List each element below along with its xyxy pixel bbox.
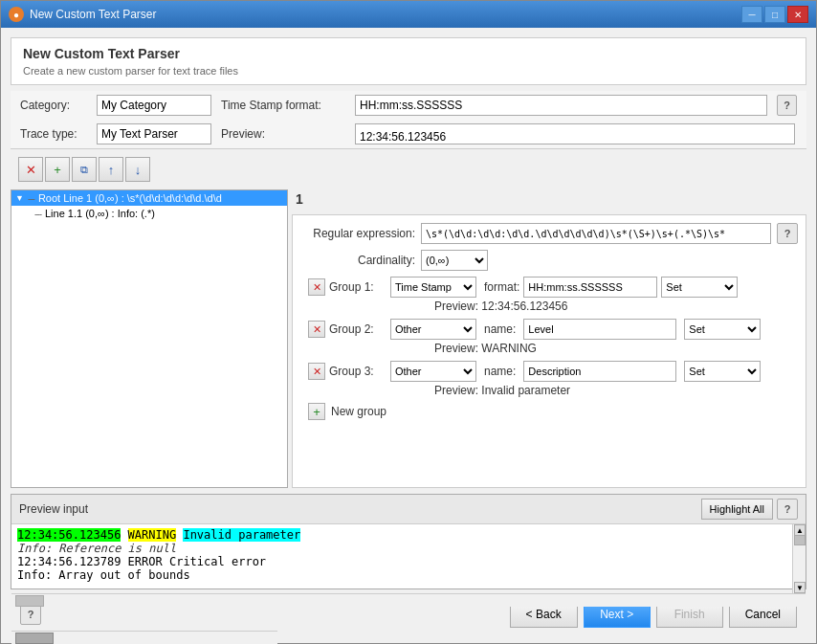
regex-input[interactable] bbox=[421, 223, 771, 244]
app-icon: ● bbox=[9, 7, 24, 22]
group3-name-input[interactable] bbox=[523, 361, 676, 382]
preview-v-scrollbar[interactable]: ▲ ▼ bbox=[792, 524, 806, 593]
cardinality-select[interactable]: (0,∞) (1,1) (0,1) bbox=[421, 250, 488, 271]
group3-delete-button[interactable]: ✕ bbox=[308, 363, 325, 380]
group2-container: ✕ Group 2: Other Time Stamp name: Set bbox=[300, 319, 798, 355]
group1-format-input[interactable] bbox=[523, 277, 657, 298]
tree-expand-icon: ▼ bbox=[15, 193, 24, 203]
group1-format-label: format: bbox=[484, 280, 519, 294]
preview-level-highlight: WARNING bbox=[128, 528, 177, 542]
window-title: New Custom Text Parser bbox=[30, 8, 157, 21]
cardinality-row: Cardinality: (0,∞) (1,1) (0,1) bbox=[300, 250, 798, 271]
config-area: Regular expression: ? Cardinality: (0,∞)… bbox=[292, 214, 806, 488]
dialog-subtitle: Create a new custom parser for text trac… bbox=[23, 65, 794, 77]
group2-type-select[interactable]: Other Time Stamp bbox=[390, 319, 476, 340]
toolbar: ✕ + ⧉ ↑ ↓ bbox=[11, 155, 806, 184]
main-window: ● New Custom Text Parser ─ □ ✕ New Custo… bbox=[0, 0, 817, 644]
preview-timestamp-highlight: 12:34:56.123456 bbox=[17, 528, 121, 542]
preview-line-3: 12:34:56.123789 ERROR Critical error bbox=[17, 555, 786, 568]
preview-input-section: Preview input Highlight All ? 12:34:56.1… bbox=[11, 494, 806, 589]
tracetype-row: Trace type: Preview: 12:34:56.123456 bbox=[11, 120, 806, 148]
group2-label: Group 2: bbox=[329, 322, 386, 336]
move-up-button[interactable]: ↑ bbox=[99, 157, 123, 182]
add-group-label[interactable]: New group bbox=[331, 405, 386, 418]
category-input[interactable] bbox=[97, 95, 211, 116]
group2-name-input[interactable] bbox=[523, 319, 676, 340]
clone-button[interactable]: ⧉ bbox=[72, 157, 97, 182]
tree-line-icon-child: --- bbox=[34, 209, 41, 219]
preview-h-scrollbar[interactable] bbox=[11, 593, 806, 607]
group1-preview: Preview: 12:34:56.123456 bbox=[434, 300, 798, 313]
preview-line2-text: Info: Reference is null bbox=[17, 542, 176, 555]
line-number: 1 bbox=[292, 189, 806, 209]
category-row: Category: Time Stamp format: ? bbox=[11, 91, 806, 120]
top-form: Category: Time Stamp format: ? Trace typ… bbox=[11, 91, 806, 149]
category-label: Category: bbox=[20, 99, 87, 112]
group3-type-select[interactable]: Other Time Stamp bbox=[390, 361, 476, 382]
group3-label: Group 3: bbox=[329, 365, 386, 378]
preview-line-4: Info: Array out of bounds bbox=[17, 568, 786, 582]
group1-type-select[interactable]: Time Stamp Other bbox=[390, 277, 476, 298]
move-down-button[interactable]: ↓ bbox=[125, 157, 150, 182]
preview-line3-text: 12:34:56.123789 ERROR Critical error bbox=[17, 555, 266, 568]
tree-root-label: Root Line 1 (0,∞) : \s*(\d\d:\d\d:\d\d.\… bbox=[38, 192, 222, 204]
header-section: New Custom Text Parser Create a new cust… bbox=[11, 37, 806, 85]
maximize-button[interactable]: □ bbox=[764, 6, 785, 23]
right-panel: 1 Regular expression: ? Cardinality: (0,… bbox=[292, 189, 806, 488]
add-group-row: + New group bbox=[308, 403, 798, 420]
tree-item-line1[interactable]: --- Line 1.1 (0,∞) : Info: (.*) bbox=[11, 206, 287, 221]
preview-help-button[interactable]: ? bbox=[777, 499, 798, 520]
minimize-button[interactable]: ─ bbox=[741, 6, 762, 23]
tree-item-root[interactable]: ▼ --- Root Line 1 (0,∞) : \s*(\d\d:\d\d:… bbox=[11, 190, 287, 206]
group2-row: ✕ Group 2: Other Time Stamp name: Set bbox=[308, 319, 798, 340]
preview-scroll-thumb-h bbox=[15, 595, 44, 607]
group1-delete-button[interactable]: ✕ bbox=[308, 278, 325, 296]
tracetype-label: Trace type: bbox=[20, 127, 87, 141]
preview-header: Preview input Highlight All ? bbox=[11, 495, 806, 524]
footer-help-button[interactable]: ? bbox=[20, 604, 41, 625]
timestamp-help-button[interactable]: ? bbox=[777, 95, 797, 116]
delete-button[interactable]: ✕ bbox=[18, 157, 43, 182]
group2-delete-button[interactable]: ✕ bbox=[308, 321, 325, 338]
scroll-up-btn[interactable]: ▲ bbox=[794, 524, 806, 536]
scroll-down-btn[interactable]: ▼ bbox=[794, 582, 806, 593]
title-bar: ● New Custom Text Parser ─ □ ✕ bbox=[1, 1, 816, 28]
group3-row: ✕ Group 3: Other Time Stamp name: Set bbox=[308, 361, 798, 382]
preview-line-1: 12:34:56.123456 WARNING Invalid paramete… bbox=[17, 528, 786, 542]
tree-line1-label: Line 1.1 (0,∞) : Info: (.*) bbox=[45, 208, 155, 219]
highlight-all-button[interactable]: Highlight All bbox=[701, 499, 773, 520]
tree-panel: ▼ --- Root Line 1 (0,∞) : \s*(\d\d:\d\d:… bbox=[11, 189, 288, 488]
cardinality-label: Cardinality: bbox=[300, 254, 415, 267]
group2-preview: Preview: WARNING bbox=[434, 342, 798, 355]
group2-name-label: name: bbox=[484, 322, 516, 336]
add-button[interactable]: + bbox=[45, 157, 70, 182]
close-button[interactable]: ✕ bbox=[787, 6, 808, 23]
tree-line-icon: --- bbox=[28, 193, 34, 204]
dialog-title: New Custom Text Parser bbox=[23, 46, 794, 61]
group3-container: ✕ Group 3: Other Time Stamp name: Set bbox=[300, 361, 798, 397]
group3-preview: Preview: Invalid parameter bbox=[434, 384, 798, 397]
group1-container: ✕ Group 1: Time Stamp Other format: Set bbox=[300, 277, 798, 313]
group3-action-select[interactable]: Set bbox=[684, 361, 761, 382]
preview-line-2: Info: Reference is null bbox=[17, 542, 786, 555]
preview-line4-text: Info: Array out of bounds bbox=[17, 568, 190, 582]
group3-name-label: name: bbox=[484, 365, 516, 378]
group1-action-select[interactable]: Set bbox=[661, 277, 738, 298]
regex-help-button[interactable]: ? bbox=[777, 223, 798, 244]
group2-action-select[interactable]: Set bbox=[684, 319, 761, 340]
preview-content: 12:34:56.123456 WARNING Invalid paramete… bbox=[11, 524, 792, 591]
preview-value: 12:34:56.123456 bbox=[355, 123, 795, 144]
regex-label: Regular expression: bbox=[300, 227, 415, 240]
timestamp-input[interactable] bbox=[355, 95, 767, 116]
add-group-button[interactable]: + bbox=[308, 403, 325, 420]
timestamp-label: Time Stamp format: bbox=[221, 99, 345, 112]
main-area: ▼ --- Root Line 1 (0,∞) : \s*(\d\d:\d\d:… bbox=[11, 189, 806, 488]
group1-label: Group 1: bbox=[329, 280, 386, 294]
regex-row: Regular expression: ? bbox=[300, 223, 798, 244]
group1-row: ✕ Group 1: Time Stamp Other format: Set bbox=[308, 277, 798, 298]
tracetype-input[interactable] bbox=[97, 123, 211, 144]
preview-label: Preview: bbox=[221, 127, 345, 141]
main-content: New Custom Text Parser Create a new cust… bbox=[1, 28, 816, 643]
preview-input-title: Preview input bbox=[19, 502, 88, 516]
preview-desc-highlight: Invalid parameter bbox=[183, 528, 300, 542]
